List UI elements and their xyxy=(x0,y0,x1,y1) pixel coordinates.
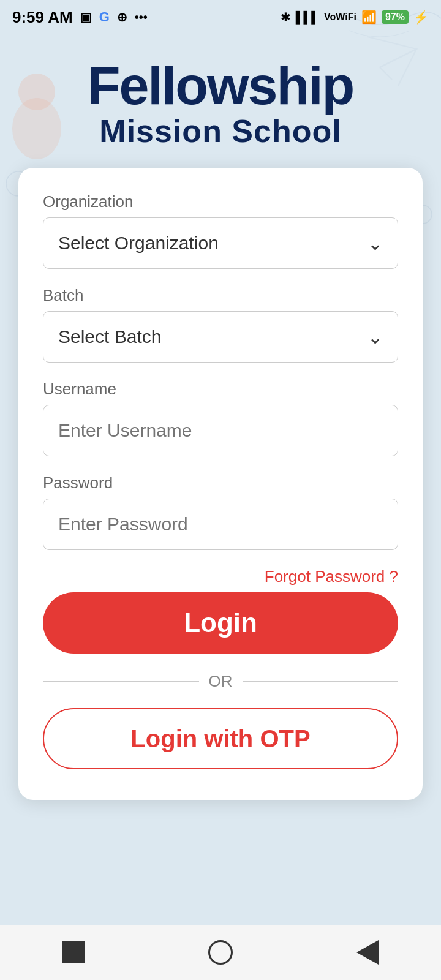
or-line-left xyxy=(43,681,199,682)
google-icon: G xyxy=(99,9,110,25)
batch-chevron-icon: ⌄ xyxy=(368,326,383,348)
bottom-nav xyxy=(0,925,441,980)
vpn-icon: ⊕ xyxy=(117,10,127,24)
header-section: Fellowship Mission School xyxy=(0,34,441,168)
recent-apps-icon xyxy=(62,941,85,963)
username-field-group: Username xyxy=(43,380,398,456)
batch-label: Batch xyxy=(43,286,398,305)
organization-field-group: Organization Select Organization ⌄ xyxy=(43,192,398,269)
home-button[interactable] xyxy=(205,937,236,968)
otp-login-button[interactable]: Login with OTP xyxy=(43,708,398,769)
batch-dropdown-value: Select Batch xyxy=(58,326,161,347)
sim-icon: ▣ xyxy=(80,10,92,24)
or-divider: OR xyxy=(43,672,398,691)
batch-dropdown[interactable]: Select Batch ⌄ xyxy=(43,311,398,363)
password-field-group: Password xyxy=(43,473,398,550)
login-button[interactable]: Login xyxy=(43,592,398,654)
password-label: Password xyxy=(43,473,398,492)
username-label: Username xyxy=(43,380,398,399)
forgot-password-area: Forgot Password ? xyxy=(43,567,398,586)
status-time-area: 9:59 AM ▣ G ⊕ ••• xyxy=(12,8,148,27)
recent-apps-button[interactable] xyxy=(58,937,89,968)
status-right-icons: ✱ ▌▌▌ VoWiFi 📶 97% ⚡ xyxy=(281,10,429,24)
home-icon xyxy=(208,940,233,965)
organization-label: Organization xyxy=(43,192,398,211)
or-line-right xyxy=(243,681,399,682)
back-button[interactable] xyxy=(352,937,383,968)
app-title-sub: Mission School xyxy=(12,113,429,149)
vowifi-icon: VoWiFi xyxy=(324,12,356,23)
or-text: OR xyxy=(209,672,233,691)
charging-icon: ⚡ xyxy=(413,10,429,24)
time-display: 9:59 AM xyxy=(12,8,73,27)
forgot-password-link[interactable]: Forgot Password ? xyxy=(265,567,398,586)
username-input[interactable] xyxy=(43,405,398,456)
signal-icon: ▌▌▌ xyxy=(296,11,319,24)
battery-icon: 97% xyxy=(382,10,409,24)
organization-dropdown[interactable]: Select Organization ⌄ xyxy=(43,217,398,269)
wifi-icon: 📶 xyxy=(361,10,377,24)
back-icon xyxy=(356,940,379,965)
batch-field-group: Batch Select Batch ⌄ xyxy=(43,286,398,363)
app-title-main: Fellowship xyxy=(12,59,429,113)
status-bar: 9:59 AM ▣ G ⊕ ••• ✱ ▌▌▌ VoWiFi 📶 97% ⚡ xyxy=(0,0,441,34)
login-card: Organization Select Organization ⌄ Batch… xyxy=(18,168,423,800)
more-icon: ••• xyxy=(135,10,148,24)
organization-dropdown-value: Select Organization xyxy=(58,233,219,254)
password-input[interactable] xyxy=(43,499,398,550)
bluetooth-icon: ✱ xyxy=(281,10,291,24)
organization-chevron-icon: ⌄ xyxy=(368,233,383,254)
